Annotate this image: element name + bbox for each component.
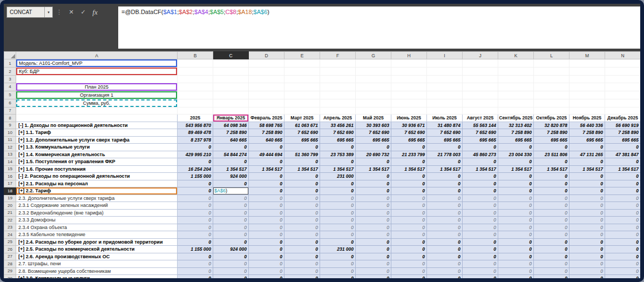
empty-cell[interactable] [427,76,463,83]
row-header-5[interactable]: 5 [4,91,16,99]
value-cell[interactable]: 695 665 [356,136,391,144]
value-cell[interactable]: 47 381 847 [605,151,641,158]
empty-cell[interactable] [284,59,320,68]
value-cell[interactable]: 0 [391,194,427,202]
value-cell[interactable]: 1 354 517 [356,165,391,173]
value-cell[interactable]: 0 [463,202,498,210]
empty-cell[interactable] [463,99,498,107]
value-cell[interactable]: 0 [320,253,356,260]
row-label-25[interactable]: [+] 2.4. Расходы по уборке дорог и придо… [16,238,178,246]
value-cell[interactable]: 0 [534,224,570,231]
empty-cell[interactable] [213,91,249,99]
value-cell[interactable]: 0 [534,217,570,224]
row-header-6[interactable]: 6 [4,99,16,107]
value-cell[interactable]: 0 [391,253,427,260]
value-cell[interactable]: 0 [356,275,391,279]
empty-cell[interactable] [463,107,498,115]
value-cell[interactable]: 695 665 [320,136,356,144]
value-cell[interactable]: 0 [498,209,534,217]
value-cell[interactable]: 55 563 144 [463,122,498,129]
value-cell[interactable]: 0 [284,180,320,187]
value-cell[interactable]: 0 [605,158,641,166]
empty-cell[interactable] [498,91,534,99]
value-cell[interactable]: 0 [427,231,463,239]
period-header-cell[interactable]: Декабрь 2025 [605,115,641,122]
period-header-cell[interactable]: Сентябрь 2025 [498,115,534,122]
row-header-21[interactable]: 21 [4,209,16,217]
value-cell[interactable]: 56 440 336 [570,122,605,129]
select-all-corner[interactable] [4,52,16,59]
period-header-cell[interactable]: Май 2025 [356,115,391,122]
value-cell[interactable]: 21 233 799 [391,151,427,158]
value-cell[interactable]: 0 [320,180,356,187]
empty-cell[interactable] [391,99,427,107]
empty-cell[interactable] [498,68,534,76]
empty-cell[interactable] [320,59,356,68]
value-cell[interactable]: 0 [463,267,498,275]
row-label-10[interactable]: [+] 1.1. Тариф [16,129,178,137]
value-cell[interactable]: 0 [463,260,498,268]
row-header-7[interactable]: 7 [4,107,16,115]
column-header-d[interactable]: D [249,52,284,59]
value-cell[interactable]: 0 [534,246,570,253]
empty-cell[interactable] [427,99,463,107]
value-cell[interactable]: 0 [570,231,605,239]
value-cell[interactable]: 0 [249,158,284,166]
value-cell[interactable]: 0 [178,158,213,166]
value-cell[interactable]: 0 [249,209,284,217]
value-cell[interactable]: 30 393 603 [356,122,391,129]
empty-cell[interactable] [213,99,249,107]
value-cell[interactable]: 0 [178,260,213,268]
row-label-11[interactable]: [+] 1.2. Дополнительные услуги сверх тар… [16,136,178,144]
value-cell[interactable]: 0 [356,267,391,275]
value-cell[interactable]: 0 [605,267,641,275]
period-header-cell[interactable]: 2025 [178,115,213,122]
empty-cell[interactable] [320,76,356,83]
value-cell[interactable]: 0 [498,180,534,187]
value-cell[interactable]: 0 [178,187,213,195]
value-cell[interactable]: 0 [356,144,391,151]
row-header-22[interactable]: 22 [4,217,16,224]
value-cell[interactable]: 0 [213,202,249,210]
empty-cell[interactable] [391,83,427,91]
value-cell[interactable]: 0 [249,260,284,268]
row-header-25[interactable]: 25 [4,238,16,246]
value-cell[interactable]: 0 [391,187,427,195]
value-cell[interactable]: 54 844 274 [213,151,249,158]
value-cell[interactable]: 0 [284,238,320,246]
value-cell[interactable]: 33 456 261 [320,122,356,129]
value-cell[interactable]: 0 [498,158,534,166]
value-cell[interactable]: 0 [605,144,641,151]
value-cell[interactable]: 0 [356,187,391,195]
value-cell[interactable]: 0 [213,209,249,217]
empty-cell[interactable] [463,68,498,76]
value-cell[interactable]: 0 [178,180,213,187]
value-cell[interactable]: 1 354 517 [284,165,320,173]
value-cell[interactable]: 30 936 671 [391,122,427,129]
value-cell[interactable]: 0 [534,144,570,151]
value-cell[interactable]: 0 [463,158,498,166]
value-cell[interactable]: 0 [463,224,498,231]
value-cell[interactable]: 0 [570,246,605,253]
value-cell[interactable]: 0 [570,238,605,246]
value-cell[interactable]: 0 [356,173,391,180]
empty-cell[interactable] [249,107,284,115]
value-cell[interactable]: 0 [605,260,641,268]
empty-cell[interactable] [534,91,570,99]
value-cell[interactable]: 0 [356,253,391,260]
value-cell[interactable]: 0 [498,260,534,268]
value-cell[interactable]: 0 [570,253,605,260]
value-cell[interactable]: 0 [249,231,284,239]
period-header-cell[interactable]: Июль 2025 [427,115,463,122]
value-cell[interactable]: 0 [605,194,641,202]
value-cell[interactable]: 1 354 517 [427,165,463,173]
period-header-cell[interactable]: Октябрь 2025 [534,115,570,122]
empty-cell[interactable] [284,83,320,91]
row-label-29[interactable]: 2.8. Возмещение ущерба собственникам [16,267,178,275]
value-cell[interactable]: 0 [391,267,427,275]
value-cell[interactable]: 0 [498,173,534,180]
value-cell[interactable]: 0 [320,217,356,224]
row-header-1[interactable]: 1 [4,59,16,68]
empty-cell[interactable] [284,107,320,115]
cancel-button[interactable]: ✕ [65,6,77,18]
